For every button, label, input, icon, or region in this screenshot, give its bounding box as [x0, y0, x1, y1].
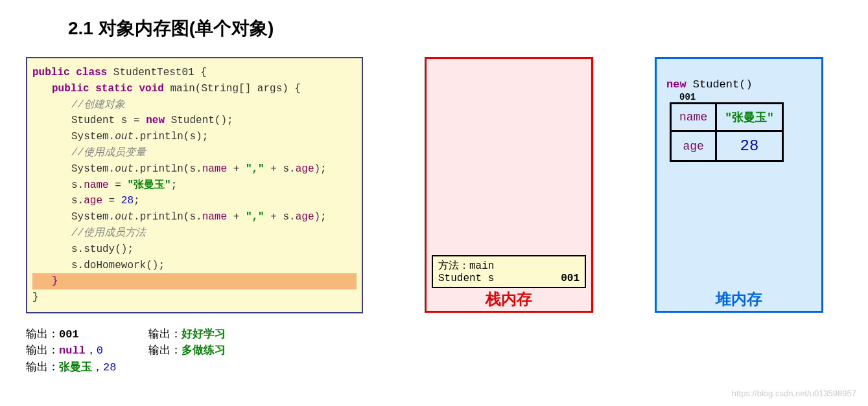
code-panel: public class StudentTest01 { public stat… — [26, 57, 363, 313]
diagram-row: public class StudentTest01 { public stat… — [26, 57, 842, 313]
code-text: s. — [71, 195, 84, 207]
code-keyword: new — [146, 115, 165, 126]
code-brace: } — [32, 291, 39, 303]
code-text: Student() — [686, 78, 753, 91]
heap-memory-box: new Student() 001 name "张曼玉" age 28 堆内存 — [655, 57, 823, 313]
watermark: https://blog.csdn.net/u013598957 — [732, 389, 856, 398]
code-text: ; — [171, 179, 178, 191]
output-label: 输出： — [26, 361, 59, 374]
output-value: 好好学习 — [182, 328, 226, 341]
code-field: name — [202, 163, 227, 175]
code-text: + s. — [264, 211, 296, 223]
output-number: 0 — [97, 344, 103, 357]
code-text: + — [227, 163, 246, 175]
code-text: ; — [134, 195, 140, 207]
code-string: "," — [246, 211, 264, 223]
code-text: ); — [314, 211, 327, 223]
output-number: 28 — [103, 361, 116, 374]
heap-field-key: age — [671, 131, 716, 161]
code-text: ); — [314, 163, 327, 175]
code-comment: //使用成员方法 — [71, 227, 146, 239]
output-null: null — [59, 344, 86, 357]
code-text: System. — [71, 163, 115, 175]
heap-label: 堆内存 — [657, 289, 821, 310]
code-text: .println(s); — [134, 131, 208, 142]
stack-address: 001 — [561, 273, 580, 284]
output-section: 输出：001 输出：null，0 输出：张曼玉，28 输出：好好学习 输出：多做… — [26, 326, 842, 376]
code-text: Student s = — [71, 115, 146, 126]
output-value: 多做练习 — [182, 344, 226, 357]
code-text: System. — [71, 131, 115, 142]
code-text: .println(s. — [134, 211, 202, 223]
output-column: 输出：好好学习 输出：多做练习 — [148, 326, 226, 376]
output-text: ， — [86, 344, 97, 357]
code-string: "张曼玉" — [127, 179, 170, 191]
code-number: 28 — [121, 195, 134, 207]
output-label: 输出： — [26, 328, 59, 341]
heap-field-value: "张曼玉" — [716, 104, 783, 131]
section-title: 2.1 对象内存图(单个对象) — [68, 16, 842, 41]
heap-address: 001 — [679, 92, 812, 102]
code-brace: } — [32, 275, 58, 287]
code-keyword: new — [666, 78, 686, 91]
code-text: Student(); — [165, 115, 233, 126]
code-text: System. — [71, 211, 115, 223]
stack-var: Student s — [438, 273, 494, 284]
stack-frame: 方法：main Student s 001 — [432, 255, 586, 288]
code-field: age — [84, 195, 102, 207]
output-label: 输出： — [148, 344, 182, 357]
code-field: out — [115, 211, 134, 223]
output-text: ， — [92, 361, 103, 374]
output-value: 001 — [59, 328, 79, 341]
code-keyword: public class — [32, 67, 107, 78]
code-field: age — [296, 211, 314, 223]
code-field: name — [84, 179, 108, 191]
code-text: main(String[] args) { — [164, 83, 301, 95]
code-field: name — [202, 211, 227, 223]
code-text: StudentTest01 { — [107, 67, 207, 78]
code-text: = — [109, 179, 128, 191]
code-field: age — [296, 163, 314, 175]
stack-frame-line: 方法：main — [438, 259, 580, 273]
code-text: + — [227, 211, 246, 223]
stack-memory-box: 方法：main Student s 001 栈内存 — [425, 57, 593, 313]
code-text: s.study(); — [71, 243, 134, 255]
code-text: + s. — [264, 163, 296, 175]
code-string: "," — [246, 163, 264, 175]
heap-field-value: 28 — [716, 131, 783, 161]
heap-object-table: name "张曼玉" age 28 — [670, 102, 784, 162]
code-comment: //使用成员变量 — [71, 147, 146, 159]
code-field: out — [115, 131, 134, 142]
output-value: 张曼玉 — [59, 361, 92, 374]
output-label: 输出： — [148, 328, 182, 341]
stack-label: 栈内存 — [427, 289, 591, 310]
output-label: 输出： — [26, 344, 59, 357]
heap-field-key: name — [671, 104, 716, 131]
code-text: = — [102, 195, 121, 207]
heap-new-expr: new Student() — [666, 78, 812, 91]
code-text: s. — [71, 179, 84, 191]
code-keyword: public static void — [52, 83, 164, 95]
code-text: .println(s. — [134, 163, 202, 175]
code-comment: //创建对象 — [71, 99, 125, 111]
code-field: out — [115, 163, 134, 175]
output-column: 输出：001 输出：null，0 输出：张曼玉，28 — [26, 326, 116, 376]
code-text: s.doHomework(); — [71, 260, 165, 271]
